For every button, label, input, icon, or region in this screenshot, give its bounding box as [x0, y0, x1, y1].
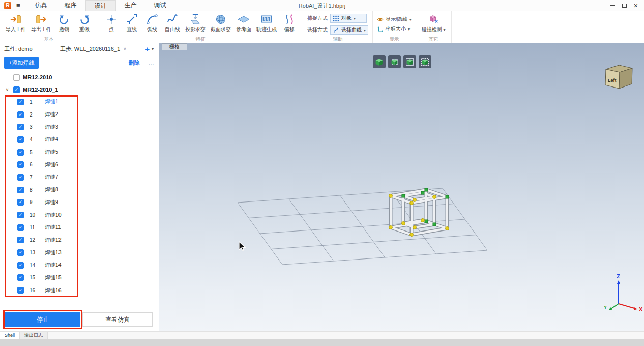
viewport-3d[interactable]: 栅格 Left [159, 43, 644, 331]
view-tool-cube-button[interactable] [373, 55, 386, 68]
weld-row[interactable]: 11 焊缝11 [0, 221, 159, 234]
workstep-chevron-down-icon[interactable]: ∨ [123, 46, 127, 51]
weld-label[interactable]: 焊缝2 [45, 111, 58, 118]
snap-mode-dropdown[interactable]: 对象 ▾ [330, 14, 367, 23]
scene-canvas[interactable]: Z X Y [159, 43, 644, 331]
reference-plane-button[interactable]: 参考面 [233, 12, 254, 34]
view-tool-select-button[interactable] [419, 55, 431, 68]
weld-label[interactable]: 焊缝14 [45, 262, 62, 269]
weld-label[interactable]: 焊缝1 [45, 98, 58, 105]
weld-row[interactable]: 15 焊缝15 [0, 272, 159, 284]
weld-checkbox[interactable] [17, 149, 24, 156]
weld-checkbox[interactable] [17, 124, 24, 130]
weld-row[interactable]: 4 焊缝4 [0, 133, 159, 146]
arc-button[interactable]: 弧线 [142, 12, 162, 34]
select-mode-dropdown[interactable]: 选择曲线 ▾ [330, 25, 368, 35]
undo-button[interactable]: 撤销 [54, 12, 74, 34]
weld-checkbox[interactable] [17, 249, 24, 256]
menu-tab[interactable]: 仿真 [26, 0, 56, 11]
weld-checkbox[interactable] [17, 174, 24, 181]
weld-row[interactable]: 16 焊缝16 [0, 284, 159, 297]
weld-checkbox[interactable] [17, 111, 24, 118]
menu-tab[interactable]: 设计 [85, 0, 116, 11]
tab-output-log[interactable]: 输出日志 [20, 332, 48, 339]
weld-label[interactable]: 焊缝8 [45, 186, 58, 193]
add-workstep-button[interactable]: + [145, 45, 150, 53]
axis-size-dropdown[interactable]: 坐标大小 ▾ [377, 25, 412, 33]
tab-grid[interactable]: 栅格 [162, 43, 187, 50]
menu-tab[interactable]: 生产 [116, 0, 145, 11]
tab-shell[interactable]: Shell [0, 332, 20, 339]
navigation-cube[interactable]: Left [601, 62, 634, 93]
group-checkbox[interactable] [13, 86, 20, 93]
weld-checkbox[interactable] [17, 224, 24, 231]
weld-row[interactable]: 2 焊缝2 [0, 108, 159, 121]
weld-label[interactable]: 焊缝6 [45, 161, 58, 168]
delete-link[interactable]: 删除 [129, 59, 140, 67]
export-workpiece-button[interactable]: 导出工件 [28, 12, 54, 34]
navcube-face-label[interactable]: Left [608, 78, 617, 83]
workpiece-frame[interactable] [389, 188, 449, 236]
point-button[interactable]: 点 [101, 12, 122, 34]
weld-row[interactable]: 10 焊缝10 [0, 209, 159, 221]
weld-row[interactable]: 5 焊缝5 [0, 146, 159, 159]
minimize-icon[interactable] [610, 5, 615, 6]
group-label[interactable]: MR12-2010_1 [23, 86, 58, 93]
workstep-label[interactable]: 工步: WEL_20260116_1 [60, 45, 120, 53]
view-simulation-button[interactable]: 查看仿真 [82, 312, 153, 327]
weld-label[interactable]: 焊缝13 [45, 249, 62, 256]
expand-chevron-icon[interactable]: ∨ [4, 87, 10, 92]
view-tool-frame-button[interactable] [403, 55, 416, 68]
weld-row[interactable]: 1 焊缝1 [0, 96, 159, 108]
weld-row[interactable]: 13 焊缝13 [0, 246, 159, 259]
tree-group-row[interactable]: ∨ MR12-2010_1 [0, 83, 159, 96]
projection-intersect-button[interactable]: 投影求交 [183, 12, 208, 34]
line-button[interactable]: 直线 [122, 12, 142, 34]
weld-row[interactable]: 9 焊缝9 [0, 196, 159, 209]
weld-label[interactable]: 焊缝7 [45, 174, 58, 181]
collision-detect-button[interactable]: 碰撞检测 ▾ [419, 12, 448, 34]
weld-checkbox[interactable] [17, 161, 24, 168]
weld-checkbox[interactable] [17, 212, 24, 218]
weld-label[interactable]: 焊缝16 [45, 287, 62, 294]
close-icon[interactable]: × [634, 2, 638, 9]
import-workpiece-button[interactable]: 导入工件 [3, 12, 28, 34]
view-tool-plane-button[interactable] [388, 55, 401, 68]
more-options-icon[interactable]: … [148, 60, 155, 67]
weld-label[interactable]: 焊缝4 [45, 136, 58, 143]
weld-label[interactable]: 焊缝10 [45, 212, 62, 219]
add-weld-line-button[interactable]: +添加焊线 [4, 57, 39, 69]
weld-row[interactable]: 7 焊缝7 [0, 171, 159, 184]
weld-label[interactable]: 焊缝3 [45, 124, 58, 131]
weld-label[interactable]: 焊缝11 [45, 224, 61, 231]
weld-checkbox[interactable] [17, 187, 24, 193]
weld-checkbox[interactable] [17, 99, 24, 105]
show-hide-dropdown[interactable]: 显示/隐藏 ▾ [377, 16, 412, 23]
weld-row[interactable]: 6 焊缝6 [0, 158, 159, 171]
group-label[interactable]: MR12-2010 [23, 74, 52, 80]
weld-label[interactable]: 焊缝15 [45, 274, 62, 281]
weld-row[interactable]: 12 焊缝12 [0, 234, 159, 247]
menu-tab[interactable]: 调试 [145, 0, 175, 11]
section-intersect-button[interactable]: 截面求交 [208, 12, 233, 34]
weld-checkbox[interactable] [17, 237, 24, 243]
trajectory-generate-button[interactable]: 轨迹生成 [254, 12, 279, 34]
weld-label[interactable]: 焊缝5 [45, 149, 58, 156]
weld-checkbox[interactable] [17, 274, 24, 281]
hamburger-menu-icon[interactable]: ≡ [16, 2, 20, 9]
redo-button[interactable]: 重做 [74, 12, 95, 34]
weld-checkbox[interactable] [17, 199, 24, 206]
freeform-line-button[interactable]: 自由线 [162, 12, 183, 34]
weld-label[interactable]: 焊缝12 [45, 237, 62, 244]
weld-row[interactable]: 8 焊缝8 [0, 184, 159, 196]
maximize-icon[interactable] [622, 4, 627, 8]
tree-group-row[interactable]: MR12-2010 [0, 71, 159, 83]
weld-row[interactable]: 3 焊缝3 [0, 121, 159, 133]
weld-checkbox[interactable] [17, 287, 24, 294]
weld-row[interactable]: 14 焊缝14 [0, 259, 159, 272]
offset-button[interactable]: 偏移 [279, 12, 300, 34]
weld-label[interactable]: 焊缝9 [45, 199, 58, 206]
menu-tab[interactable]: 程序 [56, 0, 85, 11]
stop-button[interactable]: 停止 [5, 312, 80, 327]
group-checkbox[interactable] [13, 74, 20, 81]
